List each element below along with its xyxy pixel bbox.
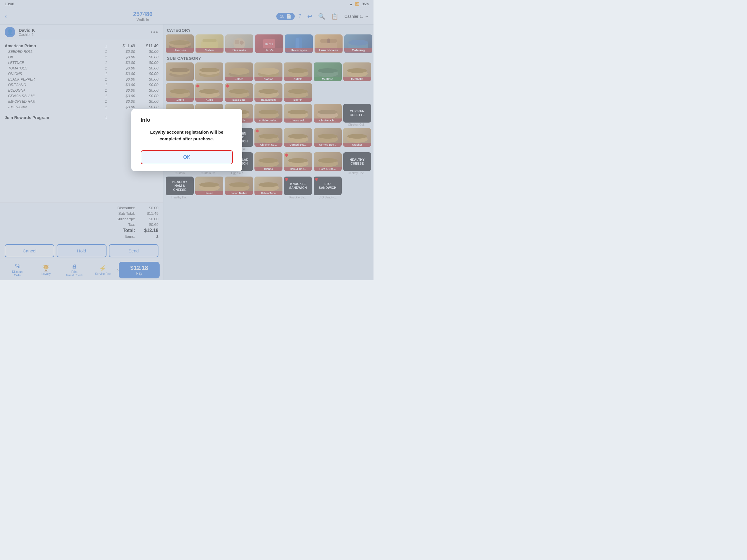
modal-message: Loyalty account registration will be com… <box>140 129 233 142</box>
modal-title: Info <box>140 117 233 123</box>
modal-overlay: Info Loyalty account registration will b… <box>0 0 374 280</box>
modal-ok-button[interactable]: OK <box>140 150 233 164</box>
modal-dialog: Info Loyalty account registration will b… <box>131 109 242 171</box>
